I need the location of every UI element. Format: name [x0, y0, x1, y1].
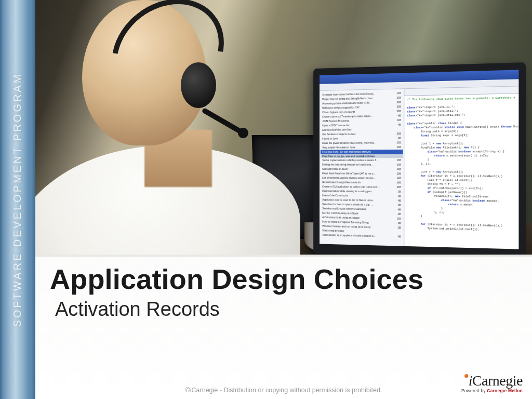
footer: ©iCarnegie - Distribution or copying wit… — [35, 364, 532, 395]
ide-list-item: Vector implementation which provides a m… — [321, 158, 403, 163]
brand-powered-name: Carnegie Mellon — [487, 388, 523, 393]
brand-powered-prefix: Powered by — [461, 388, 487, 393]
photo-monitor: A sample from-based cache build wizard c… — [313, 62, 526, 257]
hero-photo: A sample from-based cache build wizard c… — [35, 0, 532, 257]
sidebar-label: SOFTWARE DEVELOPMENT PROGRAM — [12, 72, 24, 327]
ide-code: /* The following Java class takes two ar… — [404, 94, 518, 249]
ide-list-header: Find files in zip, jar, war and nested a… — [321, 154, 403, 158]
ide-right-pane: /* The following Java class takes two ar… — [404, 86, 518, 249]
ide-list-item: Ending the data string through an InputS… — [321, 163, 403, 167]
title-zone: Application Design Choices Activation Re… — [50, 263, 516, 321]
brand-prefix: i — [469, 373, 472, 389]
headset-earcup-icon — [181, 62, 216, 108]
ide-screen: A sample from-based cache build wizard c… — [320, 70, 518, 249]
slide: SOFTWARE DEVELOPMENT PROGRAM A sample f — [0, 0, 532, 399]
copyright-text: ©iCarnegie - Distribution or copying wit… — [185, 387, 382, 394]
ide-left-pane: A sample from-based cache build wizard c… — [320, 89, 404, 246]
brand-logo: iCarnegie Powered by Carnegie Mellon — [461, 374, 523, 393]
sidebar-band: SOFTWARE DEVELOPMENT PROGRAM — [0, 0, 35, 399]
slide-title: Application Design Choices — [50, 263, 516, 295]
slide-subtitle: Activation Records — [55, 298, 516, 321]
ide-list-item-selected: Find files in zip, jar, war and nested a… — [321, 150, 403, 154]
brand-name: Carnegie — [472, 373, 523, 389]
brand-dot-icon — [464, 374, 468, 378]
photo-person — [35, 0, 274, 257]
